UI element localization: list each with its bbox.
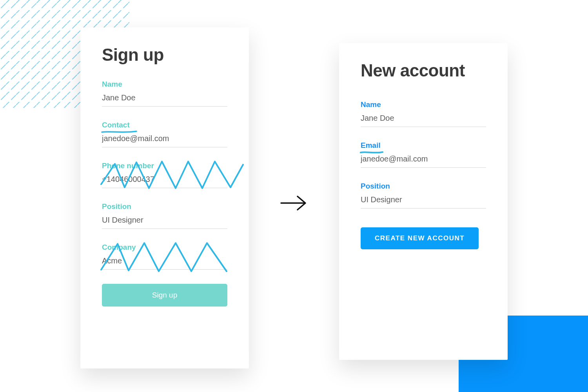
name-label: Name bbox=[361, 100, 486, 109]
phone-input[interactable] bbox=[102, 173, 227, 188]
position-input[interactable] bbox=[102, 214, 227, 229]
position-label: Position bbox=[361, 182, 486, 191]
company-label: Company bbox=[102, 243, 227, 252]
position-label: Position bbox=[102, 202, 227, 211]
field-contact: Contact bbox=[102, 121, 227, 147]
arrow-right-icon bbox=[279, 193, 309, 214]
card-title: New account bbox=[361, 61, 486, 81]
contact-label: Contact bbox=[102, 121, 227, 129]
name-input[interactable] bbox=[102, 92, 227, 107]
name-input[interactable] bbox=[361, 112, 486, 127]
card-title: Sign up bbox=[102, 45, 227, 65]
field-position: Position bbox=[361, 182, 486, 209]
signup-card-after: New account Name Email Position CREATE N… bbox=[339, 43, 508, 360]
create-account-button[interactable]: CREATE NEW ACCOUNT bbox=[361, 227, 479, 249]
field-name: Name bbox=[361, 100, 486, 127]
position-input[interactable] bbox=[361, 194, 486, 209]
signup-button[interactable]: Sign up bbox=[102, 284, 227, 307]
contact-input[interactable] bbox=[102, 132, 227, 147]
company-input[interactable] bbox=[102, 255, 227, 270]
email-input[interactable] bbox=[361, 153, 486, 168]
email-label: Email bbox=[361, 141, 486, 150]
phone-label: Phone number bbox=[102, 162, 227, 170]
field-email: Email bbox=[361, 141, 486, 168]
field-phone: Phone number bbox=[102, 162, 227, 188]
field-position: Position bbox=[102, 202, 227, 229]
field-company: Company bbox=[102, 243, 227, 270]
name-label: Name bbox=[102, 80, 227, 89]
signup-card-before: Sign up Name Contact Phone number Positi… bbox=[80, 27, 249, 368]
field-name: Name bbox=[102, 80, 227, 107]
